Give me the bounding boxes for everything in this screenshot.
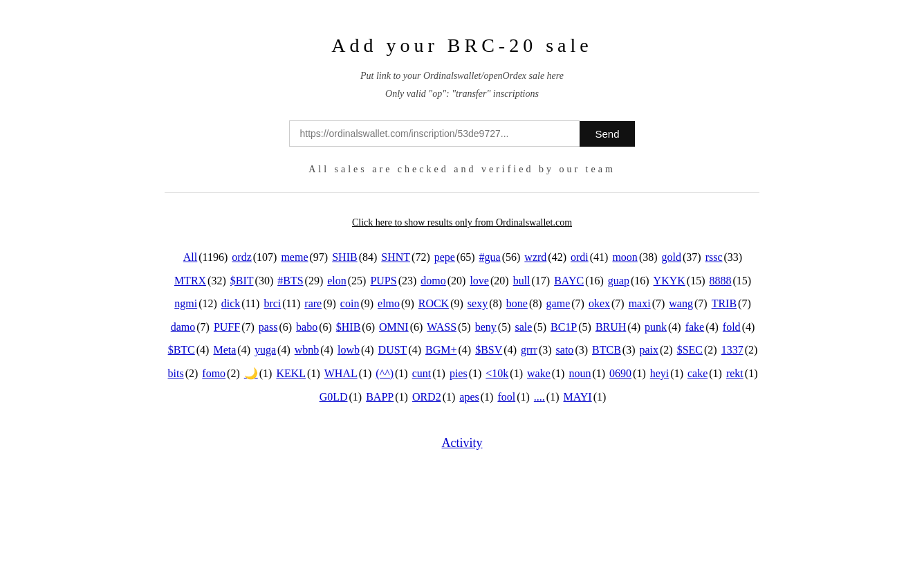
tag-link[interactable]: WHAL	[324, 367, 358, 379]
tag-link[interactable]: pies	[450, 367, 468, 379]
tag-link[interactable]: wbnb	[295, 344, 320, 356]
tag-link[interactable]: damo	[171, 321, 196, 333]
tag-link[interactable]: rssc	[705, 251, 723, 263]
tag-link[interactable]: $BIT	[230, 275, 254, 286]
tag-count: (3)	[575, 344, 591, 356]
tag-link[interactable]: 1337	[721, 344, 743, 356]
tag-count: (25)	[348, 275, 369, 286]
tag-link[interactable]: moon	[612, 251, 637, 263]
tag-count: (72)	[412, 251, 433, 263]
tag-link[interactable]: $HIB	[336, 321, 361, 333]
tag-link[interactable]: PUPS	[370, 275, 396, 286]
tag-link[interactable]: ROCK	[418, 298, 449, 309]
tag-link[interactable]: dick	[221, 298, 241, 309]
tag-count: (1)	[307, 367, 323, 379]
tag-link[interactable]: gold	[662, 251, 681, 263]
tag-link[interactable]: bone	[506, 298, 528, 309]
tag-link[interactable]: brci	[264, 298, 281, 309]
tag-link[interactable]: sale	[515, 321, 532, 333]
tag-link[interactable]: 🌙	[244, 367, 258, 379]
tag-link[interactable]: guap	[608, 275, 629, 286]
tag-link[interactable]: <10k	[486, 367, 508, 379]
tag-link[interactable]: maxi	[629, 298, 651, 309]
tag-link[interactable]: meme	[281, 251, 308, 263]
activity-link[interactable]: Activity	[442, 436, 483, 450]
tag-link[interactable]: elon	[327, 275, 346, 286]
tag-link[interactable]: sexy	[468, 298, 488, 309]
tag-link[interactable]: TRIB	[712, 298, 737, 309]
tag-link[interactable]: bull	[513, 275, 530, 286]
tag-link[interactable]: ORD2	[412, 391, 441, 403]
tag-link[interactable]: elmo	[378, 298, 400, 309]
tag-link[interactable]: WASS	[427, 321, 456, 333]
tag-link[interactable]: MTRX	[174, 275, 206, 286]
tag-link[interactable]: babo	[296, 321, 317, 333]
tag-link[interactable]: paix	[639, 344, 658, 356]
tag-link[interactable]: cunt	[412, 367, 432, 379]
tag-link[interactable]: SHNT	[381, 251, 410, 263]
tag-link[interactable]: pepe	[434, 251, 455, 263]
tag-link[interactable]: rare	[304, 298, 322, 309]
tag-link[interactable]: lowb	[338, 344, 360, 356]
tag-link[interactable]: BAPP	[366, 391, 394, 403]
tag-link[interactable]: SHIB	[332, 251, 357, 263]
send-button[interactable]: Send	[580, 121, 634, 147]
tag-link[interactable]: ordz	[232, 251, 251, 263]
tag-link[interactable]: DUST	[378, 344, 407, 356]
tag-link[interactable]: love	[470, 275, 489, 286]
tag-link[interactable]: coin	[340, 298, 360, 309]
tag-link[interactable]: grrr	[521, 344, 537, 356]
tag-link[interactable]: BRUH	[595, 321, 626, 333]
tag-count: (38)	[639, 251, 660, 263]
tag-link[interactable]: ....	[534, 391, 545, 403]
tag-link[interactable]: KEKL	[276, 367, 306, 379]
tag-link[interactable]: ngmi	[174, 298, 197, 309]
tag-link[interactable]: game	[546, 298, 571, 309]
tag-link[interactable]: fold	[723, 321, 741, 333]
filter-link[interactable]: Click here to show results only from Ord…	[352, 217, 572, 228]
tag-link[interactable]: G0LD	[320, 391, 348, 403]
tag-link[interactable]: $BSV	[475, 344, 502, 356]
tag-link[interactable]: heyi	[650, 367, 669, 379]
tag-link[interactable]: 0690	[609, 367, 631, 379]
tag-link[interactable]: PUFF	[214, 321, 240, 333]
tag-link[interactable]: All	[183, 251, 197, 263]
tag-link[interactable]: wzrd	[524, 251, 546, 263]
tag-link[interactable]: bits	[168, 367, 184, 379]
tag-link[interactable]: pass	[259, 321, 278, 333]
tag-count: (9)	[360, 298, 376, 309]
tag-link[interactable]: Meta	[213, 344, 236, 356]
tag-link[interactable]: wake	[527, 367, 551, 379]
tag-link[interactable]: $BTC	[168, 344, 195, 356]
tag-count: (4)	[320, 344, 336, 356]
tag-link[interactable]: 8888	[709, 275, 731, 286]
tag-link[interactable]: rekt	[726, 367, 743, 379]
verified-text: All sales are checked and verified by ou…	[165, 164, 759, 175]
tag-link[interactable]: fomo	[202, 367, 225, 379]
tag-link[interactable]: fool	[497, 391, 515, 403]
tag-link[interactable]: BGM+	[425, 344, 456, 356]
tag-link[interactable]: ordi	[571, 251, 589, 263]
tag-link[interactable]: #BTS	[277, 275, 303, 286]
tag-link[interactable]: $SEC	[677, 344, 703, 356]
tag-link[interactable]: beny	[475, 321, 497, 333]
tag-link[interactable]: BC1P	[551, 321, 577, 333]
tag-link[interactable]: yuga	[255, 344, 276, 356]
tag-link[interactable]: OMNI	[379, 321, 409, 333]
tag-link[interactable]: wang	[669, 298, 693, 309]
tag-link[interactable]: sato	[556, 344, 574, 356]
tag-link[interactable]: domo	[421, 275, 445, 286]
tag-link[interactable]: (^^)	[376, 367, 394, 379]
tag-link[interactable]: YKYK	[654, 275, 685, 286]
tag-link[interactable]: #gua	[479, 251, 501, 263]
tag-link[interactable]: okex	[589, 298, 610, 309]
tag-link[interactable]: fake	[685, 321, 705, 333]
sale-url-input[interactable]	[289, 120, 580, 147]
tag-link[interactable]: punk	[645, 321, 667, 333]
tag-link[interactable]: cake	[687, 367, 708, 379]
tag-link[interactable]: BTCB	[592, 344, 621, 356]
tag-link[interactable]: apes	[459, 391, 479, 403]
tag-link[interactable]: BAYC	[554, 275, 584, 286]
tag-link[interactable]: noun	[569, 367, 591, 379]
tag-link[interactable]: MAYI	[564, 391, 592, 403]
